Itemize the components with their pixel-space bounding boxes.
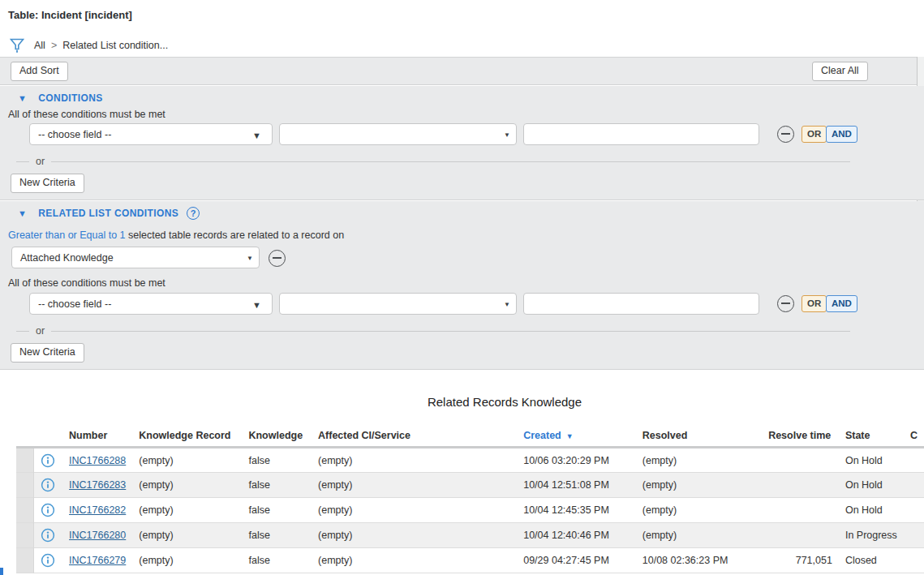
col-state[interactable]: State	[839, 427, 904, 448]
remove-condition-icon[interactable]	[777, 126, 794, 143]
collapse-conditions-icon[interactable]: ▼	[18, 93, 27, 103]
related-records-table: Number Knowledge Record Knowledge Affect…	[16, 427, 924, 573]
row-info-cell[interactable]	[33, 548, 62, 573]
col-number[interactable]: Number	[62, 427, 132, 448]
incident-number-link[interactable]: INC1766283	[69, 479, 126, 491]
related-and-button[interactable]: AND	[826, 295, 857, 312]
col-resolved[interactable]: Resolved	[636, 427, 762, 448]
and-button[interactable]: AND	[826, 126, 857, 143]
conditions-panel: ▼ CONDITIONS All of these conditions mus…	[0, 86, 924, 200]
info-icon[interactable]	[41, 553, 55, 568]
incident-number-link[interactable]: INC1766288	[69, 455, 126, 466]
cell-created: 09/29 04:27:45 PM	[517, 548, 636, 573]
remove-related-condition-icon[interactable]	[777, 295, 794, 312]
row-info-cell[interactable]	[33, 448, 62, 473]
condition-operator-select[interactable]: ▼	[279, 123, 517, 145]
cell-resolve-time	[762, 448, 839, 473]
cell-state: In Progress	[839, 523, 904, 548]
new-criteria-button[interactable]: New Criteria	[11, 174, 84, 193]
chevron-down-icon: ▼	[252, 131, 261, 140]
cell-affected-ci: (empty)	[312, 523, 517, 548]
chevron-down-icon: ▼	[252, 300, 261, 310]
col-created-label: Created	[523, 430, 561, 441]
breadcrumb-root[interactable]: All	[34, 40, 45, 51]
filter-builder-screen: Table: Incident [incident] All > Related…	[0, 0, 924, 575]
cell-affected-ci: (empty)	[312, 448, 517, 473]
row-info-cell[interactable]	[33, 473, 62, 498]
related-table-select[interactable]: Attached Knowledge ▼	[11, 247, 260, 268]
or-divider-label: or	[36, 156, 45, 167]
chevron-down-icon: ▼	[504, 301, 510, 308]
breadcrumb: All > Related List condition...	[10, 37, 168, 54]
scroll-indicator	[0, 568, 3, 575]
chevron-down-icon: ▼	[504, 131, 510, 139]
cell-knowledge: false	[242, 498, 312, 523]
row-info-cell[interactable]	[33, 498, 62, 523]
row-gutter	[16, 548, 33, 573]
cell-state: On Hold	[839, 448, 904, 473]
help-icon[interactable]: ?	[187, 207, 200, 220]
incident-number-link[interactable]: INC1766282	[69, 504, 126, 516]
cell-created: 10/04 12:40:46 PM	[517, 523, 636, 548]
list-title: Related Records Knowledge	[0, 395, 924, 409]
row-info-cell[interactable]	[33, 523, 62, 548]
table-row[interactable]: INC1766280 (empty) false (empty) 10/04 1…	[16, 523, 924, 548]
add-sort-button[interactable]: Add Sort	[11, 62, 68, 81]
col-knowledge[interactable]: Knowledge	[242, 427, 312, 448]
chevron-down-icon: ▼	[247, 255, 253, 262]
conditions-section-title: CONDITIONS	[38, 92, 102, 104]
related-value-input[interactable]	[523, 293, 759, 315]
related-or-button[interactable]: OR	[802, 295, 827, 312]
row-gutter	[16, 498, 33, 523]
cell-resolve-time	[762, 473, 839, 498]
cell-knowledge-record: (empty)	[132, 473, 242, 498]
related-field-select[interactable]: -- choose field -- ▼	[29, 293, 273, 315]
collapse-related-icon[interactable]: ▼	[18, 208, 27, 218]
condition-field-select[interactable]: -- choose field -- ▼	[29, 123, 273, 145]
table-row[interactable]: INC1766288 (empty) false (empty) 10/06 0…	[16, 448, 924, 473]
breadcrumb-separator: >	[51, 40, 57, 51]
table-header-row: Number Knowledge Record Knowledge Affect…	[16, 427, 924, 448]
related-or-divider-label: or	[36, 325, 45, 337]
col-affected-ci[interactable]: Affected CI/Service	[312, 427, 517, 448]
related-section-title: RELATED LIST CONDITIONS	[38, 208, 178, 219]
breadcrumb-current[interactable]: Related List condition...	[62, 40, 168, 51]
quantifier-link[interactable]: Greater than or Equal to 1	[8, 230, 126, 241]
cell-knowledge-record: (empty)	[132, 498, 242, 523]
cell-resolve-time	[762, 523, 839, 548]
or-button[interactable]: OR	[802, 126, 827, 143]
col-created[interactable]: Created▼	[517, 427, 636, 448]
clear-all-button[interactable]: Clear All	[812, 62, 868, 81]
cell-created: 10/06 03:20:29 PM	[517, 448, 636, 473]
filter-funnel-icon	[10, 37, 24, 54]
related-table-value: Attached Knowledge	[20, 252, 114, 264]
cell-knowledge: false	[242, 548, 312, 573]
related-or-divider: or	[16, 325, 850, 337]
row-gutter	[16, 473, 33, 498]
info-icon[interactable]	[41, 503, 55, 517]
remove-related-list-icon[interactable]	[269, 250, 286, 267]
table-row[interactable]: INC1766282 (empty) false (empty) 10/04 1…	[16, 498, 924, 523]
cell-resolved: 10/08 02:36:23 PM	[636, 548, 762, 573]
col-truncated: C	[904, 427, 924, 448]
col-knowledge-record[interactable]: Knowledge Record	[132, 427, 242, 448]
cell-knowledge-record: (empty)	[132, 448, 242, 473]
col-resolve-time[interactable]: Resolve time	[762, 427, 839, 448]
table-row[interactable]: INC1766279 (empty) false (empty) 09/29 0…	[16, 548, 924, 573]
incident-number-link[interactable]: INC1766280	[69, 530, 126, 541]
page-title: Table: Incident [incident]	[8, 9, 132, 21]
conditions-must-met-label: All of these conditions must be met	[8, 109, 165, 120]
incident-number-link[interactable]: INC1766279	[69, 555, 126, 566]
cell-resolved: (empty)	[636, 498, 762, 523]
related-new-criteria-button[interactable]: New Criteria	[11, 343, 84, 363]
info-icon[interactable]	[41, 478, 55, 492]
info-icon[interactable]	[41, 528, 55, 543]
related-operator-select[interactable]: ▼	[279, 293, 517, 315]
info-icon[interactable]	[41, 453, 55, 468]
or-divider: or	[16, 156, 850, 167]
cell-resolve-time: 771,051	[762, 548, 839, 573]
cell-knowledge-record: (empty)	[132, 523, 242, 548]
cell-affected-ci: (empty)	[312, 473, 517, 498]
condition-value-input[interactable]	[523, 123, 759, 145]
table-row[interactable]: INC1766283 (empty) false (empty) 10/04 1…	[16, 473, 924, 498]
